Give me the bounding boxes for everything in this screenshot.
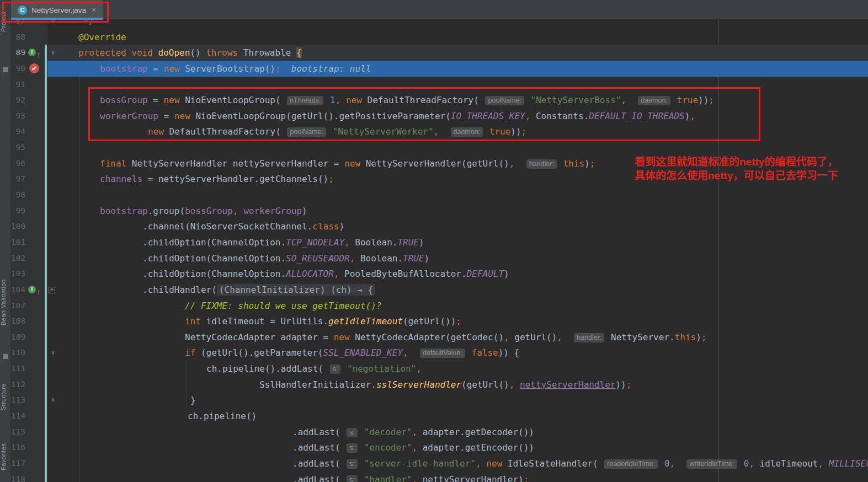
parameter-hint: defaultValue: [420, 349, 465, 358]
code-token: if [185, 347, 195, 358]
line-number[interactable]: 89 [11, 45, 25, 61]
editor-row-98[interactable]: 98 [11, 187, 868, 203]
line-number[interactable]: 98 [11, 187, 25, 203]
fold-marker-expanded-icon[interactable]: ∨ [49, 345, 57, 361]
line-number[interactable]: 90 [11, 61, 25, 77]
editor-row-102[interactable]: 102.childOption(ChannelOption.SO_REUSEAD… [11, 250, 868, 266]
line-number[interactable]: 115 [11, 424, 25, 440]
line-number[interactable]: 108 [11, 313, 25, 329]
code-token: ; [456, 316, 461, 326]
line-number[interactable]: 103 [11, 266, 25, 282]
editor-tab-bar: C NettyServer.java × [11, 0, 868, 20]
code-line: ch.pipeline() [78, 408, 257, 424]
code-token: idleTimeout [754, 458, 818, 469]
editor-row-109[interactable]: 109NettyCodecAdapter adapter = new Netty… [11, 329, 868, 345]
editor-row-113[interactable]: 113∧} [11, 392, 868, 408]
code-line: ch.pipeline().addLast( s: "negotiation", [78, 361, 422, 377]
editor-row-87[interactable]: 87∨ */ [11, 20, 868, 29]
code-token: NettyCodecAdapter(getCodec() [350, 332, 504, 342]
line-number[interactable]: 101 [11, 234, 25, 250]
editor-row-95[interactable]: 95 [11, 140, 868, 156]
line-number[interactable]: 94 [11, 124, 25, 140]
line-number[interactable]: 118 [11, 472, 25, 482]
code-line: SslHandlerInitializer.sslServerHandler(g… [78, 377, 631, 393]
tool-stripe-bean-validation[interactable]: Bean Validation [0, 258, 11, 346]
override-method-icon[interactable]: I [28, 286, 36, 293]
override-arrow-icon: ↑ [36, 283, 41, 299]
line-number[interactable]: 110 [11, 345, 25, 361]
code-token: , [412, 442, 417, 453]
editor-row-88[interactable]: 88@Override [11, 29, 868, 45]
tool-window-icon[interactable] [3, 354, 8, 359]
code-token: bootstrap [100, 63, 148, 74]
line-number[interactable]: 95 [11, 140, 25, 156]
line-number[interactable]: 102 [11, 250, 25, 266]
line-number[interactable]: 92 [11, 92, 25, 108]
line-number[interactable]: 91 [11, 77, 25, 93]
editor-row-111[interactable]: 111ch.pipeline().addLast( s: "negotiatio… [11, 361, 868, 377]
code-token: SO_REUSEADDR [286, 253, 350, 264]
code-line: bootstrap = new ServerBootstrap(); boots… [78, 61, 371, 77]
parameter-hint: writerIdleTime: [686, 459, 737, 469]
code-token [408, 347, 419, 358]
code-token [466, 347, 472, 358]
code-token: , [334, 269, 339, 279]
tool-window-icon[interactable] [3, 67, 8, 72]
line-number[interactable]: 93 [11, 108, 25, 124]
code-token: )) [615, 379, 626, 390]
override-method-icon[interactable]: I [28, 49, 36, 56]
line-number[interactable]: 111 [11, 361, 25, 377]
line-number[interactable]: 99 [11, 203, 25, 219]
parameter-hint: s: [347, 428, 358, 437]
editor-row-90[interactable]: 90✔bootstrap = new ServerBootstrap(); bo… [11, 61, 868, 77]
annotation-note-line1: 看到这里就知道标准的netty的编程代码了， [635, 155, 866, 169]
editor-row-101[interactable]: 101.childOption(ChannelOption.TCP_NODELA… [11, 234, 868, 250]
tool-stripe-structure[interactable]: Structure [0, 365, 11, 429]
code-token: workerGroup [243, 206, 302, 216]
line-number[interactable]: 112 [11, 377, 25, 393]
line-number[interactable]: 100 [11, 218, 25, 234]
code-line: NettyCodecAdapter adapter = new NettyCod… [78, 329, 706, 345]
editor-row-108[interactable]: 108int idleTimeout = UrlUtils.getIdleTim… [11, 313, 868, 329]
code-token: NettyServer. [605, 332, 674, 342]
parameter-hint: handler: [526, 159, 557, 169]
line-number[interactable]: 113 [11, 392, 25, 408]
editor-row-114[interactable]: 114ch.pipeline() [11, 408, 868, 424]
line-number[interactable]: 104 [11, 282, 25, 298]
breakpoint-icon[interactable]: ✔ [29, 63, 39, 73]
line-number[interactable]: 117 [11, 456, 25, 472]
editor-row-117[interactable]: 117.addLast( s: "server-idle-handler", n… [11, 456, 868, 472]
code-token: = nettyServerHandler.getChannels() [142, 174, 328, 184]
fold-marker-collapsed-icon[interactable]: + [49, 287, 55, 293]
fold-marker-expanded-icon[interactable]: ∨ [49, 45, 57, 61]
editor-row-89[interactable]: 89I↑∨protected void doOpen() throws Thro… [11, 45, 868, 61]
code-token: // FIXME: should we use getTimeout()? [185, 301, 381, 311]
editor-row-115[interactable]: 115.addLast( s: "decoder", adapter.getDe… [11, 424, 868, 440]
editor-row-100[interactable]: 100.channel(NioServerSocketChannel.class… [11, 218, 868, 234]
editor-row-118[interactable]: 118.addLast( s: "handler", nettyServerHa… [11, 472, 868, 482]
line-number[interactable]: 107 [11, 298, 25, 314]
tool-stripe-favorites[interactable]: Favorites [0, 435, 11, 479]
line-number[interactable]: 88 [11, 29, 25, 45]
code-token: (getUrl().getParameter( [195, 347, 323, 358]
code-token: class [312, 221, 339, 232]
editor-row-104[interactable]: 104I↑+.childHandler((ChannelInitializer)… [11, 282, 868, 298]
editor-row-112[interactable]: 112SslHandlerInitializer.sslServerHandle… [11, 377, 868, 393]
editor-row-107[interactable]: 107// FIXME: should we use getTimeout()? [11, 298, 868, 314]
editor-row-110[interactable]: 110∨if (getUrl().getParameter(SSL_ENABLE… [11, 345, 868, 361]
editor-row-103[interactable]: 103.childOption(ChannelOption.ALLOCATOR,… [11, 266, 868, 282]
code-token: , [344, 237, 350, 248]
line-number[interactable]: 116 [11, 440, 25, 456]
editor-row-116[interactable]: 116.addLast( s: "encoder", adapter.getEn… [11, 440, 868, 456]
editor-row-99[interactable]: 99bootstrap.group(bossGroup, workerGroup… [11, 203, 868, 219]
line-number[interactable]: 97 [11, 171, 25, 187]
ide-window: Project Bean Validation Structure Favori… [0, 0, 868, 482]
line-number[interactable]: 114 [11, 408, 25, 424]
line-number[interactable]: 109 [11, 329, 25, 345]
code-line: int idleTimeout = UrlUtils.getIdleTimeou… [78, 313, 461, 329]
line-number[interactable]: 96 [11, 156, 25, 172]
fold-marker-end-icon[interactable]: ∧ [49, 392, 57, 408]
code-token: ) [584, 158, 590, 169]
code-token: bootstrap [100, 206, 148, 216]
code-line: bootstrap.group(bossGroup, workerGroup) [78, 203, 307, 219]
